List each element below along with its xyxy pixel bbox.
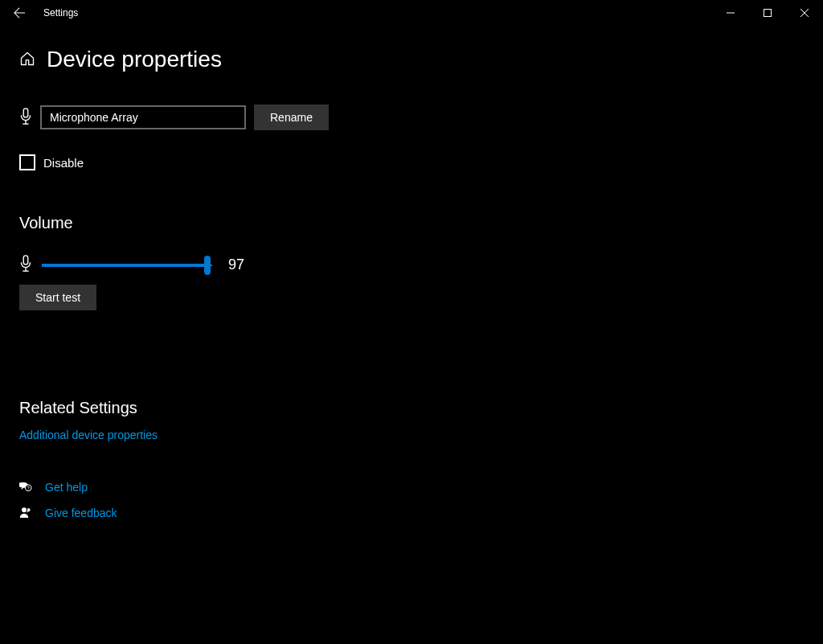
slider-thumb[interactable]: [204, 256, 211, 275]
maximize-icon: [764, 9, 772, 17]
microphone-icon: [19, 255, 32, 275]
maximize-button[interactable]: [749, 0, 786, 26]
window-controls: [712, 0, 823, 26]
disable-checkbox[interactable]: [19, 154, 35, 170]
titlebar: Settings: [0, 0, 823, 26]
device-name-row: Rename: [19, 105, 823, 130]
related-settings-heading: Related Settings: [19, 399, 823, 417]
slider-fill: [42, 264, 207, 267]
svg-point-5: [22, 507, 27, 512]
volume-value: 97: [228, 256, 244, 273]
minimize-icon: [727, 9, 735, 17]
help-icon: ?: [19, 480, 34, 494]
svg-rect-0: [764, 10, 772, 17]
get-help-row[interactable]: ? Get help: [19, 480, 823, 494]
get-help-link[interactable]: Get help: [45, 481, 88, 494]
device-name-input[interactable]: [40, 105, 246, 129]
start-test-button[interactable]: Start test: [19, 285, 96, 310]
give-feedback-row[interactable]: Give feedback: [19, 506, 823, 520]
additional-device-properties-link[interactable]: Additional device properties: [19, 429, 823, 441]
volume-slider[interactable]: [42, 257, 212, 273]
page-header: Device properties: [19, 47, 823, 72]
volume-row: 97: [19, 255, 823, 275]
page-title: Device properties: [47, 47, 222, 72]
minimize-button[interactable]: [712, 0, 749, 26]
feedback-icon: [19, 506, 34, 520]
content-area: Device properties Rename Disable Volume: [0, 26, 823, 520]
close-button[interactable]: [786, 0, 823, 26]
disable-checkbox-row[interactable]: Disable: [19, 154, 823, 170]
svg-rect-2: [23, 256, 28, 265]
volume-heading: Volume: [19, 214, 823, 232]
home-icon[interactable]: [19, 51, 35, 69]
disable-label: Disable: [43, 156, 84, 170]
rename-button[interactable]: Rename: [254, 105, 329, 130]
close-icon: [800, 9, 809, 17]
svg-rect-1: [23, 108, 28, 117]
microphone-icon: [19, 108, 32, 128]
app-title: Settings: [39, 7, 78, 18]
back-button[interactable]: [0, 0, 39, 26]
arrow-left-icon: [14, 7, 25, 18]
give-feedback-link[interactable]: Give feedback: [45, 507, 117, 519]
svg-text:?: ?: [27, 486, 30, 490]
